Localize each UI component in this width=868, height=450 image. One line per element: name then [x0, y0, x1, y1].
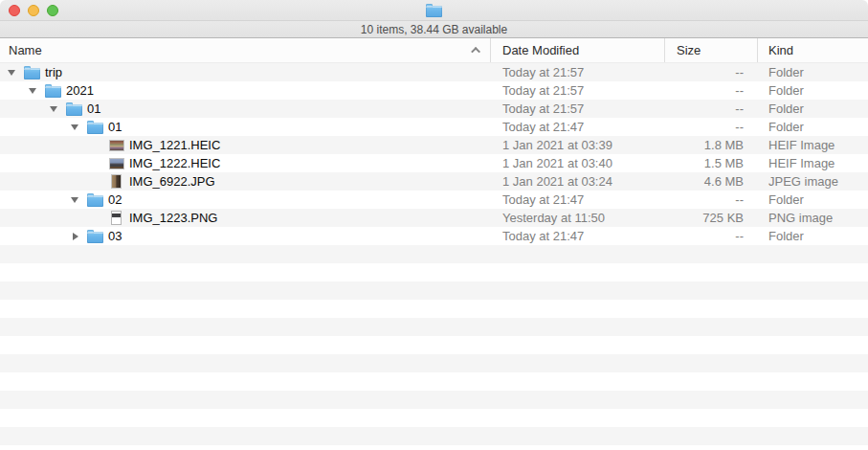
name-cell: trip [0, 63, 491, 81]
disclosure-triangle-expanded[interactable] [29, 86, 38, 96]
status-bar: 10 items, 38.44 GB available [0, 21, 868, 38]
file-name: IMG_1221.HEIC [129, 138, 220, 152]
column-header-date-modified[interactable]: Date Modified [491, 38, 665, 62]
name-cell: IMG_1222.HEIC [0, 154, 491, 172]
size-cell: 725 KB [665, 209, 758, 227]
folder-icon [24, 68, 40, 79]
disclosure-triangle-expanded[interactable] [8, 68, 17, 78]
folder-icon [87, 123, 103, 134]
table-row[interactable]: 01 Today at 21:47 -- Folder [0, 118, 868, 136]
table-row[interactable]: IMG_6922.JPG 1 Jan 2021 at 03:24 4.6 MB … [0, 172, 868, 191]
kind-cell: JPEG image [758, 172, 868, 191]
disclosure-triangle-expanded[interactable] [71, 195, 80, 205]
file-name: 01 [87, 101, 100, 116]
status-text: 10 items, 38.44 GB available [361, 23, 507, 36]
name-cell: IMG_6922.JPG [0, 172, 491, 191]
proxy-icon-wrap [0, 3, 868, 17]
date-modified-cell: Today at 21:47 [491, 191, 665, 209]
image-thumbnail-icon [109, 158, 124, 169]
file-name: 01 [108, 120, 122, 134]
table-row[interactable]: 01 Today at 21:57 -- Folder [0, 100, 868, 118]
column-header: Name Date Modified Size Kind [0, 38, 868, 63]
finder-window: 10 items, 38.44 GB available Name Date M… [0, 0, 868, 450]
empty-list-area [0, 245, 868, 450]
date-modified-cell: Yesterday at 11:50 [491, 209, 665, 227]
disclosure-triangle-expanded[interactable] [50, 104, 59, 114]
name-cell: 02 [0, 191, 491, 209]
name-cell: 2021 [0, 81, 491, 100]
column-header-size-label: Size [677, 43, 701, 57]
column-header-name-label: Name [9, 43, 42, 57]
file-name: 2021 [66, 83, 94, 98]
title-bar[interactable] [0, 0, 868, 21]
folder-proxy-icon[interactable] [426, 6, 442, 17]
table-row[interactable]: 03 Today at 21:47 -- Folder [0, 227, 868, 245]
folder-icon [87, 232, 103, 243]
column-header-name[interactable]: Name [0, 38, 491, 62]
size-cell: -- [665, 191, 758, 209]
kind-cell: Folder [758, 191, 868, 209]
column-header-kind[interactable]: Kind [758, 38, 868, 62]
image-thumbnail-icon [111, 174, 122, 189]
date-modified-cell: Today at 21:57 [491, 81, 665, 100]
date-modified-cell: 1 Jan 2021 at 03:39 [491, 136, 665, 154]
file-name: IMG_1223.PNG [129, 211, 218, 225]
table-row[interactable]: 2021 Today at 21:57 -- Folder [0, 81, 868, 100]
table-row[interactable]: IMG_1222.HEIC 1 Jan 2021 at 03:40 1.5 MB… [0, 154, 868, 172]
kind-cell: Folder [758, 118, 868, 136]
kind-cell: Folder [758, 63, 868, 81]
kind-cell: HEIF Image [758, 136, 868, 154]
disclosure-triangle-collapsed[interactable] [71, 232, 80, 241]
file-name: 02 [108, 192, 122, 207]
name-cell: 01 [0, 100, 491, 118]
table-row[interactable]: IMG_1221.HEIC 1 Jan 2021 at 03:39 1.8 MB… [0, 136, 868, 154]
file-name: IMG_6922.JPG [129, 174, 215, 189]
size-cell: 1.8 MB [665, 136, 758, 154]
date-modified-cell: 1 Jan 2021 at 03:24 [491, 172, 665, 191]
size-cell: -- [665, 63, 758, 81]
disclosure-triangle-expanded[interactable] [71, 123, 80, 132]
table-row[interactable]: IMG_1223.PNG Yesterday at 11:50 725 KB P… [0, 209, 868, 227]
name-cell: IMG_1221.HEIC [0, 136, 491, 154]
size-cell: -- [665, 81, 758, 100]
size-cell: 4.6 MB [665, 172, 758, 191]
name-cell: 03 [0, 227, 491, 245]
date-modified-cell: Today at 21:47 [491, 227, 665, 245]
column-header-date-label: Date Modified [502, 43, 579, 57]
date-modified-cell: 1 Jan 2021 at 03:40 [491, 154, 665, 172]
kind-cell: Folder [758, 100, 868, 118]
file-name: trip [45, 65, 62, 79]
sort-ascending-icon [471, 47, 480, 56]
column-header-size[interactable]: Size [665, 38, 758, 62]
image-thumbnail-icon [109, 140, 124, 151]
name-cell: 01 [0, 118, 491, 136]
kind-cell: PNG image [758, 209, 868, 227]
file-name: IMG_1222.HEIC [129, 156, 220, 170]
date-modified-cell: Today at 21:57 [491, 63, 665, 81]
image-thumbnail-icon [111, 211, 122, 225]
date-modified-cell: Today at 21:57 [491, 100, 665, 118]
folder-icon [45, 86, 61, 98]
file-list: trip Today at 21:57 -- Folder 2021 Today… [0, 63, 868, 245]
name-cell: IMG_1223.PNG [0, 209, 491, 227]
size-cell: -- [665, 227, 758, 245]
size-cell: -- [665, 118, 758, 136]
kind-cell: HEIF Image [758, 154, 868, 172]
table-row[interactable]: 02 Today at 21:47 -- Folder [0, 191, 868, 209]
date-modified-cell: Today at 21:47 [491, 118, 665, 136]
table-row[interactable]: trip Today at 21:57 -- Folder [0, 63, 868, 81]
size-cell: -- [665, 100, 758, 118]
column-header-kind-label: Kind [768, 43, 793, 57]
size-cell: 1.5 MB [665, 154, 758, 172]
folder-icon [87, 195, 103, 207]
kind-cell: Folder [758, 227, 868, 245]
folder-icon [66, 104, 82, 116]
file-name: 03 [108, 229, 122, 243]
kind-cell: Folder [758, 81, 868, 100]
